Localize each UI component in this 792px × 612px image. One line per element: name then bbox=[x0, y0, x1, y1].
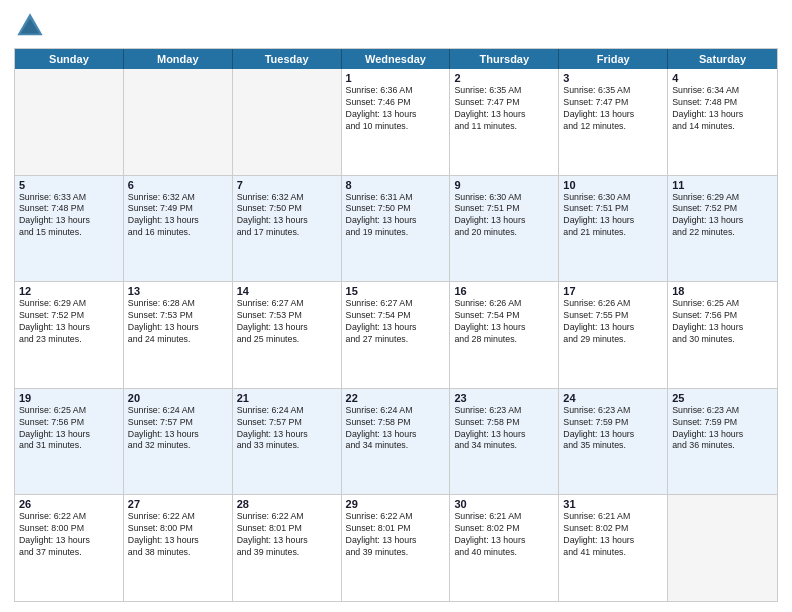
day-cell-5: 5Sunrise: 6:33 AM Sunset: 7:48 PM Daylig… bbox=[15, 176, 124, 282]
day-cell-31: 31Sunrise: 6:21 AM Sunset: 8:02 PM Dayli… bbox=[559, 495, 668, 601]
day-number: 2 bbox=[454, 72, 554, 84]
day-details: Sunrise: 6:27 AM Sunset: 7:54 PM Dayligh… bbox=[346, 298, 446, 346]
day-details: Sunrise: 6:32 AM Sunset: 7:50 PM Dayligh… bbox=[237, 192, 337, 240]
day-details: Sunrise: 6:35 AM Sunset: 7:47 PM Dayligh… bbox=[454, 85, 554, 133]
day-details: Sunrise: 6:29 AM Sunset: 7:52 PM Dayligh… bbox=[19, 298, 119, 346]
day-cell-11: 11Sunrise: 6:29 AM Sunset: 7:52 PM Dayli… bbox=[668, 176, 777, 282]
day-cell-4: 4Sunrise: 6:34 AM Sunset: 7:48 PM Daylig… bbox=[668, 69, 777, 175]
header-day-tuesday: Tuesday bbox=[233, 49, 342, 69]
day-details: Sunrise: 6:22 AM Sunset: 8:00 PM Dayligh… bbox=[19, 511, 119, 559]
day-cell-8: 8Sunrise: 6:31 AM Sunset: 7:50 PM Daylig… bbox=[342, 176, 451, 282]
day-number: 3 bbox=[563, 72, 663, 84]
day-number: 26 bbox=[19, 498, 119, 510]
header-day-wednesday: Wednesday bbox=[342, 49, 451, 69]
day-cell-10: 10Sunrise: 6:30 AM Sunset: 7:51 PM Dayli… bbox=[559, 176, 668, 282]
header-day-sunday: Sunday bbox=[15, 49, 124, 69]
day-cell-13: 13Sunrise: 6:28 AM Sunset: 7:53 PM Dayli… bbox=[124, 282, 233, 388]
day-number: 18 bbox=[672, 285, 773, 297]
day-details: Sunrise: 6:22 AM Sunset: 8:01 PM Dayligh… bbox=[346, 511, 446, 559]
day-cell-14: 14Sunrise: 6:27 AM Sunset: 7:53 PM Dayli… bbox=[233, 282, 342, 388]
day-number: 25 bbox=[672, 392, 773, 404]
day-number: 10 bbox=[563, 179, 663, 191]
day-cell-1: 1Sunrise: 6:36 AM Sunset: 7:46 PM Daylig… bbox=[342, 69, 451, 175]
day-cell-3: 3Sunrise: 6:35 AM Sunset: 7:47 PM Daylig… bbox=[559, 69, 668, 175]
calendar-row-0: 1Sunrise: 6:36 AM Sunset: 7:46 PM Daylig… bbox=[15, 69, 777, 176]
day-details: Sunrise: 6:32 AM Sunset: 7:49 PM Dayligh… bbox=[128, 192, 228, 240]
day-details: Sunrise: 6:34 AM Sunset: 7:48 PM Dayligh… bbox=[672, 85, 773, 133]
day-number: 22 bbox=[346, 392, 446, 404]
day-details: Sunrise: 6:22 AM Sunset: 8:00 PM Dayligh… bbox=[128, 511, 228, 559]
day-details: Sunrise: 6:24 AM Sunset: 7:57 PM Dayligh… bbox=[128, 405, 228, 453]
day-cell-25: 25Sunrise: 6:23 AM Sunset: 7:59 PM Dayli… bbox=[668, 389, 777, 495]
day-details: Sunrise: 6:27 AM Sunset: 7:53 PM Dayligh… bbox=[237, 298, 337, 346]
day-details: Sunrise: 6:33 AM Sunset: 7:48 PM Dayligh… bbox=[19, 192, 119, 240]
day-details: Sunrise: 6:28 AM Sunset: 7:53 PM Dayligh… bbox=[128, 298, 228, 346]
day-details: Sunrise: 6:25 AM Sunset: 7:56 PM Dayligh… bbox=[19, 405, 119, 453]
empty-cell-0-0 bbox=[15, 69, 124, 175]
empty-cell-0-1 bbox=[124, 69, 233, 175]
day-cell-21: 21Sunrise: 6:24 AM Sunset: 7:57 PM Dayli… bbox=[233, 389, 342, 495]
day-cell-2: 2Sunrise: 6:35 AM Sunset: 7:47 PM Daylig… bbox=[450, 69, 559, 175]
empty-cell-0-2 bbox=[233, 69, 342, 175]
day-details: Sunrise: 6:24 AM Sunset: 7:57 PM Dayligh… bbox=[237, 405, 337, 453]
day-details: Sunrise: 6:21 AM Sunset: 8:02 PM Dayligh… bbox=[563, 511, 663, 559]
logo-icon bbox=[14, 10, 46, 42]
day-number: 30 bbox=[454, 498, 554, 510]
calendar-row-2: 12Sunrise: 6:29 AM Sunset: 7:52 PM Dayli… bbox=[15, 282, 777, 389]
logo bbox=[14, 10, 50, 42]
day-details: Sunrise: 6:23 AM Sunset: 7:59 PM Dayligh… bbox=[563, 405, 663, 453]
day-cell-26: 26Sunrise: 6:22 AM Sunset: 8:00 PM Dayli… bbox=[15, 495, 124, 601]
day-number: 13 bbox=[128, 285, 228, 297]
day-number: 14 bbox=[237, 285, 337, 297]
day-cell-17: 17Sunrise: 6:26 AM Sunset: 7:55 PM Dayli… bbox=[559, 282, 668, 388]
day-number: 28 bbox=[237, 498, 337, 510]
day-details: Sunrise: 6:30 AM Sunset: 7:51 PM Dayligh… bbox=[563, 192, 663, 240]
day-cell-28: 28Sunrise: 6:22 AM Sunset: 8:01 PM Dayli… bbox=[233, 495, 342, 601]
day-cell-30: 30Sunrise: 6:21 AM Sunset: 8:02 PM Dayli… bbox=[450, 495, 559, 601]
header-day-saturday: Saturday bbox=[668, 49, 777, 69]
day-number: 7 bbox=[237, 179, 337, 191]
calendar-row-3: 19Sunrise: 6:25 AM Sunset: 7:56 PM Dayli… bbox=[15, 389, 777, 496]
day-number: 11 bbox=[672, 179, 773, 191]
day-details: Sunrise: 6:22 AM Sunset: 8:01 PM Dayligh… bbox=[237, 511, 337, 559]
day-number: 9 bbox=[454, 179, 554, 191]
day-cell-6: 6Sunrise: 6:32 AM Sunset: 7:49 PM Daylig… bbox=[124, 176, 233, 282]
header-day-monday: Monday bbox=[124, 49, 233, 69]
day-cell-15: 15Sunrise: 6:27 AM Sunset: 7:54 PM Dayli… bbox=[342, 282, 451, 388]
page: SundayMondayTuesdayWednesdayThursdayFrid… bbox=[0, 0, 792, 612]
day-details: Sunrise: 6:29 AM Sunset: 7:52 PM Dayligh… bbox=[672, 192, 773, 240]
day-details: Sunrise: 6:23 AM Sunset: 7:59 PM Dayligh… bbox=[672, 405, 773, 453]
day-number: 8 bbox=[346, 179, 446, 191]
day-number: 4 bbox=[672, 72, 773, 84]
day-details: Sunrise: 6:21 AM Sunset: 8:02 PM Dayligh… bbox=[454, 511, 554, 559]
day-number: 15 bbox=[346, 285, 446, 297]
day-cell-18: 18Sunrise: 6:25 AM Sunset: 7:56 PM Dayli… bbox=[668, 282, 777, 388]
day-cell-12: 12Sunrise: 6:29 AM Sunset: 7:52 PM Dayli… bbox=[15, 282, 124, 388]
day-details: Sunrise: 6:35 AM Sunset: 7:47 PM Dayligh… bbox=[563, 85, 663, 133]
day-number: 12 bbox=[19, 285, 119, 297]
day-number: 5 bbox=[19, 179, 119, 191]
day-number: 21 bbox=[237, 392, 337, 404]
day-number: 19 bbox=[19, 392, 119, 404]
day-number: 24 bbox=[563, 392, 663, 404]
calendar-row-1: 5Sunrise: 6:33 AM Sunset: 7:48 PM Daylig… bbox=[15, 176, 777, 283]
day-number: 31 bbox=[563, 498, 663, 510]
day-cell-29: 29Sunrise: 6:22 AM Sunset: 8:01 PM Dayli… bbox=[342, 495, 451, 601]
day-details: Sunrise: 6:26 AM Sunset: 7:54 PM Dayligh… bbox=[454, 298, 554, 346]
calendar-row-4: 26Sunrise: 6:22 AM Sunset: 8:00 PM Dayli… bbox=[15, 495, 777, 601]
header-day-thursday: Thursday bbox=[450, 49, 559, 69]
day-number: 16 bbox=[454, 285, 554, 297]
day-cell-16: 16Sunrise: 6:26 AM Sunset: 7:54 PM Dayli… bbox=[450, 282, 559, 388]
day-details: Sunrise: 6:24 AM Sunset: 7:58 PM Dayligh… bbox=[346, 405, 446, 453]
empty-cell-4-6 bbox=[668, 495, 777, 601]
header bbox=[14, 10, 778, 42]
day-details: Sunrise: 6:23 AM Sunset: 7:58 PM Dayligh… bbox=[454, 405, 554, 453]
day-number: 1 bbox=[346, 72, 446, 84]
day-number: 20 bbox=[128, 392, 228, 404]
day-cell-23: 23Sunrise: 6:23 AM Sunset: 7:58 PM Dayli… bbox=[450, 389, 559, 495]
day-number: 17 bbox=[563, 285, 663, 297]
day-cell-20: 20Sunrise: 6:24 AM Sunset: 7:57 PM Dayli… bbox=[124, 389, 233, 495]
day-details: Sunrise: 6:25 AM Sunset: 7:56 PM Dayligh… bbox=[672, 298, 773, 346]
day-cell-27: 27Sunrise: 6:22 AM Sunset: 8:00 PM Dayli… bbox=[124, 495, 233, 601]
day-number: 27 bbox=[128, 498, 228, 510]
